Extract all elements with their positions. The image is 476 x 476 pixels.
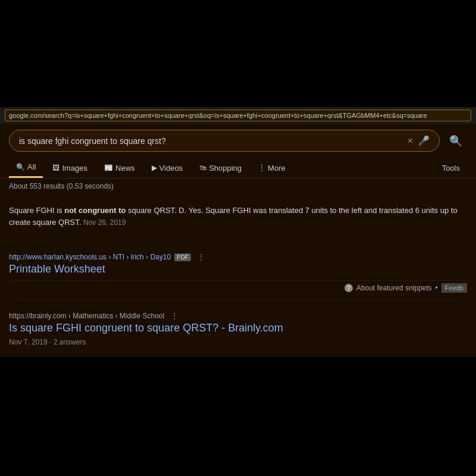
- result-1-title[interactable]: Printable Worksheet: [9, 263, 467, 275]
- all-tab-icon: 🔍: [16, 163, 25, 171]
- top-bezel: [0, 0, 476, 107]
- tab-all[interactable]: 🔍 All: [9, 158, 43, 178]
- featured-text[interactable]: About featured snippets: [356, 284, 432, 292]
- snippet-date: Nov 26, 2019: [83, 218, 126, 227]
- snippet-bold: not congruent to: [64, 206, 126, 215]
- images-tab-icon: 🖼: [52, 164, 60, 172]
- tab-shopping[interactable]: 🛍 Shopping: [192, 159, 249, 177]
- result-2-url-text: https://brainly.com › Mathematics › Midd…: [9, 312, 164, 320]
- tab-news[interactable]: 📰 News: [97, 159, 142, 177]
- tab-all-label: All: [27, 162, 36, 171]
- tab-tools-label: Tools: [442, 164, 460, 173]
- pdf-badge: PDF: [174, 253, 191, 261]
- snippet-part1: Square FGHI is: [9, 206, 64, 215]
- results-content: Square FGHI is not congruent to square Q…: [0, 194, 476, 357]
- tab-shopping-label: Shopping: [209, 164, 242, 173]
- search-query-text: is square fghi congruent to square qrst?: [19, 136, 403, 146]
- shopping-tab-icon: 🛍: [199, 164, 206, 172]
- news-tab-icon: 📰: [104, 164, 113, 172]
- result-1-menu-icon[interactable]: ⋮: [197, 252, 205, 262]
- tab-videos[interactable]: ▶ Videos: [145, 159, 190, 177]
- tab-images[interactable]: 🖼 Images: [45, 159, 95, 177]
- result-2-meta: Nov 7, 2019 · 2 answers: [9, 338, 467, 346]
- tab-news-label: News: [115, 164, 135, 173]
- search-bar-row: is square fghi congruent to square qrst?…: [0, 124, 476, 158]
- search-input-wrapper[interactable]: is square fghi congruent to square qrst?…: [9, 130, 440, 152]
- result-2: https://brainly.com › Mathematics › Midd…: [9, 306, 467, 351]
- result-1-url: http://www.harlan.kyschools.us › NTI › l…: [9, 252, 467, 262]
- featured-row: ? About featured snippets • Feedb: [9, 280, 467, 295]
- tab-more[interactable]: ⋮ More: [251, 159, 293, 177]
- result-1: http://www.harlan.kyschools.us › NTI › l…: [9, 242, 467, 300]
- results-count: About 553 results (0.53 seconds): [9, 182, 114, 190]
- result-2-url: https://brainly.com › Mathematics › Midd…: [9, 311, 467, 321]
- feedback-button[interactable]: Feedb: [441, 283, 467, 293]
- featured-dot: •: [436, 284, 438, 292]
- more-tab-icon: ⋮: [258, 164, 265, 172]
- result-2-title[interactable]: Is square FGHI congruent to square QRST?…: [9, 322, 467, 334]
- result-1-url-text: http://www.harlan.kyschools.us › NTI › l…: [9, 253, 171, 261]
- tab-images-label: Images: [62, 164, 87, 173]
- tab-more-label: More: [268, 164, 286, 173]
- clear-icon[interactable]: ×: [408, 136, 413, 146]
- result-2-menu-icon[interactable]: ⋮: [170, 311, 178, 321]
- snippet-text: Square FGHI is not congruent to square Q…: [9, 205, 467, 228]
- divider: [18, 300, 458, 300]
- results-info: About 553 results (0.53 seconds): [0, 178, 476, 194]
- nav-tabs: 🔍 All 🖼 Images 📰 News ▶ Videos 🛍 Shoppin…: [0, 158, 476, 178]
- url-bar[interactable]: google.com/search?q=is+square+fghi+congr…: [5, 109, 471, 121]
- mic-icon[interactable]: 🎤: [418, 135, 430, 146]
- tab-tools[interactable]: Tools: [435, 159, 467, 177]
- featured-info-icon: ?: [345, 284, 353, 292]
- browser-chrome: google.com/search?q=is+square+fghi+congr…: [0, 107, 476, 124]
- search-button[interactable]: 🔍: [444, 132, 467, 150]
- search-icons: × 🎤: [408, 135, 430, 146]
- featured-snippet: Square FGHI is not congruent to square Q…: [9, 200, 467, 236]
- tab-videos-label: Videos: [159, 164, 183, 173]
- videos-tab-icon: ▶: [152, 164, 157, 172]
